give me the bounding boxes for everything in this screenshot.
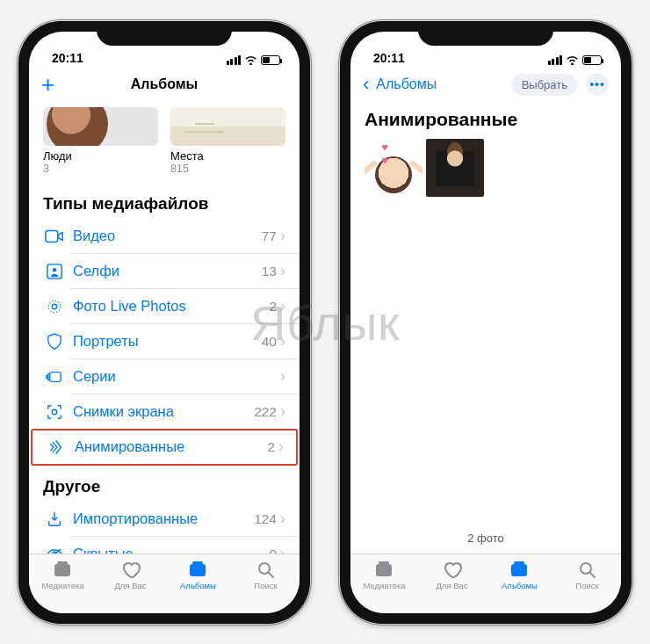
row-animated[interactable]: Анимированные 2 › <box>31 429 298 466</box>
row-count: 2 <box>269 299 277 315</box>
row-videos[interactable]: Видео 77 › <box>29 219 300 254</box>
svg-rect-20 <box>514 561 524 564</box>
nav-title: Альбомы <box>131 76 199 92</box>
svg-point-15 <box>259 563 270 574</box>
row-count: 77 <box>262 228 277 244</box>
row-hidden[interactable]: Скрытые 0 › <box>29 537 300 554</box>
tab-search[interactable]: Поиск <box>232 554 300 613</box>
svg-rect-7 <box>47 375 47 379</box>
tab-label: Альбомы <box>180 581 216 590</box>
chevron-right-icon: › <box>280 297 285 315</box>
row-count: 13 <box>262 264 277 279</box>
chevron-right-icon: › <box>278 438 284 456</box>
tab-label: Поиск <box>575 581 598 590</box>
more-button[interactable]: ••• <box>586 73 609 96</box>
photo-count: 2 фото <box>350 532 621 554</box>
svg-rect-11 <box>54 564 70 576</box>
live-photos-icon <box>43 297 66 316</box>
album-card-places[interactable]: Места 815 <box>170 107 285 175</box>
tab-library[interactable]: Медиатека <box>29 554 97 613</box>
portrait-icon <box>43 332 66 351</box>
places-thumb <box>170 107 285 146</box>
row-label: Импортированные <box>73 510 254 527</box>
animated-icon <box>45 438 68 457</box>
video-icon <box>43 227 66 246</box>
svg-rect-19 <box>511 564 527 576</box>
signal-icon <box>548 55 563 65</box>
chevron-right-icon: › <box>280 545 285 554</box>
tab-label: Медиатека <box>363 581 405 590</box>
tab-label: Медиатека <box>41 581 83 590</box>
row-label: Видео <box>73 228 262 244</box>
row-label: Фото Live Photos <box>73 298 269 315</box>
row-label: Селфи <box>73 263 262 279</box>
svg-point-8 <box>52 409 56 414</box>
notch <box>97 21 232 46</box>
row-bursts[interactable]: Серии › <box>29 359 300 394</box>
chevron-right-icon: › <box>280 367 285 386</box>
card-title: Люди <box>43 149 158 163</box>
tab-albums[interactable]: Альбомы <box>164 554 232 613</box>
notch <box>418 21 553 46</box>
tab-for-you[interactable]: Для Вас <box>418 554 486 613</box>
add-button[interactable]: + <box>41 73 54 96</box>
row-portraits[interactable]: Портреты 40 › <box>29 324 300 359</box>
tab-label: Альбомы <box>502 581 538 590</box>
tab-search[interactable]: Поиск <box>553 554 621 613</box>
wifi-icon <box>566 55 579 65</box>
svg-point-3 <box>52 304 56 308</box>
status-time: 20:11 <box>373 51 405 65</box>
signal-icon <box>227 55 242 65</box>
svg-line-22 <box>590 573 595 577</box>
svg-point-4 <box>48 300 61 313</box>
tab-albums[interactable]: Альбомы <box>486 554 553 613</box>
row-count: 0 <box>269 546 277 554</box>
card-title: Места <box>170 149 285 163</box>
chevron-right-icon: › <box>280 227 285 245</box>
row-label: Скрытые <box>73 546 269 554</box>
battery-icon <box>261 55 280 65</box>
section-header-other: Другое <box>29 465 300 502</box>
album-title: Анимированные <box>350 104 621 139</box>
battery-icon <box>582 55 602 65</box>
import-icon <box>43 510 66 529</box>
phone-left: 20:11 + Альбомы Люди 3 Места <box>18 21 310 624</box>
screenshot-icon <box>43 402 66 422</box>
back-button[interactable]: ‹ Альбомы <box>363 67 437 103</box>
row-selfies[interactable]: Селфи 13 › <box>29 254 300 289</box>
row-imported[interactable]: Импортированные 124 › <box>29 502 300 537</box>
svg-rect-14 <box>192 561 203 564</box>
row-count: 222 <box>254 404 277 420</box>
tab-library[interactable]: Медиатека <box>350 554 418 613</box>
row-label: Анимированные <box>75 438 267 455</box>
svg-rect-18 <box>379 561 389 564</box>
burst-icon <box>43 367 66 387</box>
chevron-right-icon: › <box>280 262 285 280</box>
chevron-right-icon: › <box>280 402 285 421</box>
row-label: Серии <box>73 368 277 385</box>
tab-bar: Медиатека Для Вас Альбомы Поиск <box>350 554 621 613</box>
photo-thumb[interactable] <box>426 139 484 197</box>
back-label: Альбомы <box>376 76 437 92</box>
row-screenshots[interactable]: Снимки экрана 222 › <box>29 394 300 430</box>
selfie-icon <box>43 262 66 281</box>
row-count: 2 <box>267 439 275 455</box>
nav-bar: ‹ Альбомы Выбрать ••• <box>350 67 621 104</box>
row-count: 40 <box>262 334 277 350</box>
svg-rect-12 <box>57 561 68 564</box>
tab-bar: Медиатека Для Вас Альбомы Поиск <box>29 554 300 613</box>
svg-rect-5 <box>50 372 61 381</box>
select-button[interactable]: Выбрать <box>512 74 577 96</box>
wifi-icon <box>244 55 257 65</box>
tab-for-you[interactable]: Для Вас <box>97 554 164 613</box>
svg-rect-0 <box>46 230 58 242</box>
tab-label: Поиск <box>254 581 277 590</box>
row-live-photos[interactable]: Фото Live Photos 2 › <box>29 289 300 324</box>
photo-thumb[interactable] <box>365 139 422 197</box>
nav-bar: + Альбомы <box>29 67 300 104</box>
card-count: 815 <box>170 163 285 175</box>
status-time: 20:11 <box>52 51 83 65</box>
album-card-people[interactable]: Люди 3 <box>43 107 158 175</box>
row-label: Снимки экрана <box>73 403 254 420</box>
chevron-left-icon: ‹ <box>363 73 369 96</box>
